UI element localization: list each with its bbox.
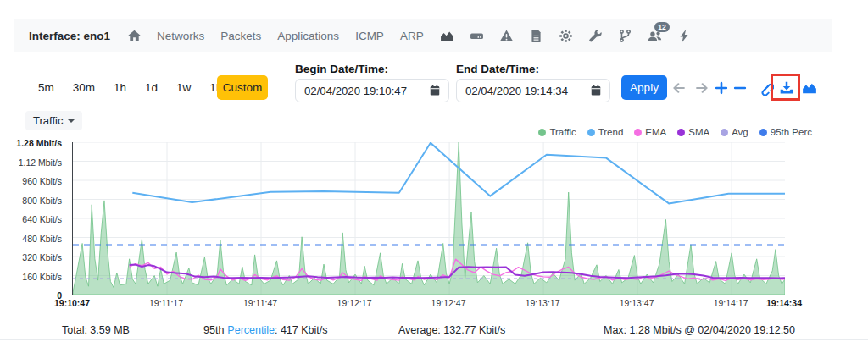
begin-calendar-icon[interactable] [421, 80, 448, 102]
begin-datetime-group: Begin Date/Time: [295, 63, 449, 102]
chevron-down-icon [68, 119, 75, 123]
interface-label: Interface: eno1 [29, 30, 110, 42]
y-tick-label: 320 Kbit/s [0, 252, 67, 262]
alert-triangle-icon[interactable] [499, 29, 514, 43]
wrench-icon[interactable] [588, 29, 603, 43]
zoom-out-icon[interactable] [732, 80, 748, 96]
nav-item-arp[interactable]: ARP [400, 30, 424, 42]
users-icon[interactable]: 12 [648, 29, 662, 43]
y-tick-label: 960 Kbit/s [0, 176, 67, 186]
x-tick-label: 19:14:34 [766, 298, 802, 308]
download-icon[interactable] [779, 80, 794, 96]
range-button-5m[interactable]: 5m [38, 81, 54, 94]
x-tick-label: 19:13:17 [526, 298, 560, 308]
end-datetime-input[interactable] [457, 85, 582, 97]
nav-item-icmp[interactable]: ICMP [355, 30, 384, 42]
chart-area-icon[interactable] [440, 29, 454, 43]
pan-right-icon[interactable] [694, 80, 709, 96]
top-navbar: Interface: eno1 NetworksPacketsApplicati… [14, 19, 832, 52]
y-tick-label: 1.28 Mbit/s [0, 138, 67, 148]
metric-dropdown-label: Traffic [33, 114, 63, 127]
x-tick-label: 19:12:17 [337, 298, 372, 308]
legend-label: Avg [732, 127, 748, 137]
legend-label: 95th Perc [771, 127, 812, 137]
legend-item-trend[interactable]: Trend [587, 127, 624, 137]
legend-label: SMA [688, 127, 709, 137]
x-tick-label: 19:11:17 [149, 298, 183, 308]
nav-item-networks[interactable]: Networks [157, 30, 204, 42]
range-button-1h[interactable]: 1h [114, 81, 126, 94]
percentile-value: : 417 Kbit/s [275, 324, 328, 336]
legend-dot [634, 129, 642, 136]
y-tick-label: 640 Kbit/s [0, 214, 67, 224]
legend-item-95th-perc[interactable]: 95th Perc [760, 127, 812, 137]
legend-label: Trend [598, 127, 624, 137]
y-tick-label: 160 Kbit/s [0, 272, 67, 282]
range-button-1d[interactable]: 1d [145, 81, 158, 94]
apply-button[interactable]: Apply [621, 75, 667, 100]
begin-datetime-label: Begin Date/Time: [295, 63, 449, 75]
bolt-icon[interactable] [677, 29, 692, 43]
code-branch-icon[interactable] [618, 29, 632, 43]
home-icon[interactable] [127, 29, 142, 43]
range-button-30m[interactable]: 30m [73, 81, 95, 94]
stat-95th-percentile: 95thPercentile: 417 Kbit/s [203, 324, 327, 336]
y-tick-label: 800 Kbit/s [0, 196, 67, 206]
legend-dot [677, 129, 685, 136]
nav-item-packets[interactable]: Packets [220, 30, 261, 42]
zoom-in-icon[interactable] [714, 80, 729, 96]
chart-legend: TrafficTrendEMASMAAvg95th Perc [538, 127, 812, 137]
traffic-chart [72, 142, 785, 295]
nav-item-applications[interactable]: Applications [277, 30, 339, 42]
legend-label: EMA [645, 127, 666, 137]
stat-max: Max: 1.28 Mbit/s @ 02/04/2020 19:12:50 [604, 324, 795, 336]
permalink-icon[interactable] [759, 80, 774, 96]
legend-item-ema[interactable]: EMA [634, 127, 666, 137]
y-tick-label: 1.12 Mbit/s [0, 157, 67, 168]
end-datetime-label: End Date/Time: [456, 63, 610, 75]
legend-label: Traffic [549, 127, 576, 137]
end-datetime-group: End Date/Time: [456, 63, 610, 102]
bottom-divider [0, 339, 868, 340]
x-tick-label: 19:14:17 [714, 298, 748, 308]
stat-total: Total: 3.59 MB [62, 324, 130, 336]
full-chart-icon[interactable] [802, 80, 817, 96]
metric-dropdown[interactable]: Traffic [25, 111, 82, 130]
file-icon[interactable] [529, 29, 543, 43]
percentile-prefix: 95th [203, 324, 224, 336]
end-calendar-icon[interactable] [582, 80, 609, 102]
x-tick-label: 19:13:47 [620, 298, 654, 308]
hdd-icon[interactable] [470, 29, 484, 43]
x-tick-label: 19:11:47 [243, 298, 277, 308]
legend-item-avg[interactable]: Avg [721, 127, 748, 137]
navbar-links: NetworksPacketsApplicationsICMPARP [157, 30, 440, 42]
custom-range-button[interactable]: Custom [217, 75, 268, 100]
legend-dot [721, 129, 728, 136]
legend-item-sma[interactable]: SMA [677, 127, 709, 137]
percentile-link[interactable]: Percentile [227, 324, 275, 336]
y-tick-label: 480 Kbit/s [0, 234, 67, 244]
legend-dot [760, 129, 767, 136]
stat-average: Average: 132.77 Kbit/s [398, 324, 505, 336]
pan-left-icon[interactable] [671, 80, 687, 96]
x-tick-label: 19:12:47 [431, 298, 466, 308]
chart-plot-area [73, 142, 785, 295]
range-button-1w[interactable]: 1w [176, 81, 191, 94]
legend-item-traffic[interactable]: Traffic [538, 127, 576, 137]
begin-datetime-input[interactable] [296, 85, 421, 97]
gear-icon[interactable] [559, 29, 573, 43]
x-tick-label: 19:10:47 [54, 298, 90, 308]
users-badge: 12 [654, 22, 669, 33]
legend-dot [538, 129, 546, 136]
legend-dot [587, 129, 595, 136]
